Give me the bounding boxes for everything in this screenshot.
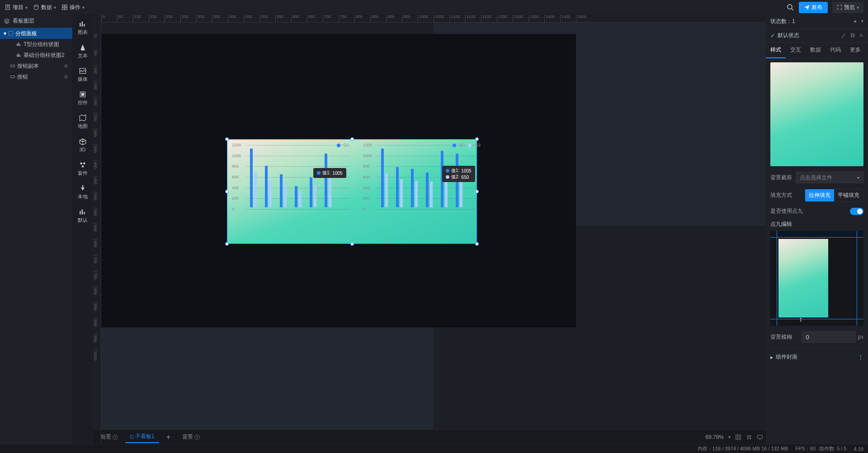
- tree-item-btncopy[interactable]: 按钮副本: [0, 61, 72, 71]
- eye-icon[interactable]: [63, 63, 69, 69]
- svg-point-10: [66, 76, 66, 77]
- resize-handle[interactable]: [225, 137, 229, 141]
- group-icon: [8, 31, 14, 36]
- canvas: 0501001502002503003504004505005506006507…: [93, 14, 766, 444]
- properties-panel: 状态数：1 + ▾ ✓默认状态 ✕ 样式 交互 数据 代码 更多 背景裁剪: [766, 14, 868, 444]
- svg-rect-18: [737, 436, 739, 438]
- svg-rect-2: [65, 5, 67, 7]
- canvas-area[interactable]: 020040060080010001200值1值1:1005 020040060…: [101, 23, 766, 430]
- resize-handle[interactable]: [475, 137, 479, 141]
- comp-cover-label: 组件封面: [776, 353, 797, 361]
- tab-style[interactable]: 样式: [766, 42, 786, 58]
- svg-rect-19: [758, 435, 763, 438]
- fill-mode-segment: 拉伸填充 平铺填充: [805, 189, 863, 202]
- tree-group-panel[interactable]: ▾ 分组面板: [0, 28, 72, 39]
- tree-item-btn[interactable]: 按钮: [0, 71, 72, 82]
- chart-tbar: 020040060080010001200值1值1:1005: [232, 143, 349, 211]
- svg-point-5: [788, 5, 792, 9]
- svg-rect-17: [736, 434, 741, 439]
- fit-icon[interactable]: [735, 434, 741, 440]
- publish-button[interactable]: 发布: [799, 2, 828, 13]
- layer-panel: 看板图层 ▾ 分组面板 T型分组柱状图 基础分组柱状图2: [0, 14, 72, 444]
- tool-chart[interactable]: 图表: [72, 17, 93, 38]
- fill-stretch-option[interactable]: 拉伸填充: [805, 189, 834, 201]
- svg-rect-9: [11, 76, 15, 78]
- layer-tree: ▾ 分组面板 T型分组柱状图 基础分组柱状图2 按钮副本: [0, 28, 72, 444]
- eye-icon[interactable]: [63, 74, 69, 79]
- tab-code[interactable]: 代码: [826, 42, 845, 58]
- file-select[interactable]: 点击选择文件▾: [796, 172, 863, 183]
- resize-handle[interactable]: [475, 242, 479, 246]
- barchart-icon: [16, 42, 22, 47]
- tab-subboard[interactable]: ◱子看板1: [125, 431, 159, 443]
- tab-background[interactable]: 背景+: [178, 431, 204, 443]
- layers-icon: [4, 18, 10, 24]
- memory-status: 内存：116 / 3974 / 4096 MB 16 / 132 MB: [698, 445, 788, 452]
- state-header: 状态数：1 + ▾: [766, 14, 868, 29]
- add-state-icon[interactable]: +: [854, 19, 857, 25]
- svg-rect-4: [65, 8, 67, 9]
- more-icon[interactable]: ⋮: [858, 354, 863, 360]
- resize-handle[interactable]: [350, 137, 354, 141]
- search-icon[interactable]: [786, 3, 794, 11]
- edit-icon[interactable]: [841, 33, 846, 38]
- canvas-tabs: 前景+ ◱子看板1 + 背景+ 69.79%▾: [93, 430, 766, 444]
- svg-rect-1: [62, 5, 64, 7]
- preview-button[interactable]: 预览▾: [832, 2, 863, 13]
- tool-local[interactable]: 本地: [72, 182, 93, 202]
- tool-control[interactable]: 控件: [72, 88, 93, 108]
- use-nine-label: 是否使用点九: [770, 207, 803, 215]
- state-dropdown-icon[interactable]: ▾: [861, 19, 863, 25]
- svg-point-16: [81, 165, 84, 168]
- resize-cursor-icon: ↕: [799, 316, 806, 323]
- svg-point-8: [66, 65, 66, 66]
- tool-3d[interactable]: 3D: [72, 135, 93, 155]
- property-tabs: 样式 交互 数据 代码 更多: [766, 42, 868, 59]
- svg-rect-13: [81, 93, 84, 96]
- tab-more[interactable]: 更多: [845, 42, 865, 58]
- resize-handle[interactable]: [350, 242, 354, 246]
- nine-patch-editor[interactable]: ↕: [770, 231, 863, 326]
- barchart-icon: [16, 52, 22, 58]
- fps-status: FPS：60: [795, 445, 816, 452]
- ruler-horizontal: 0501001502002503003504004505005506006507…: [101, 14, 766, 23]
- svg-point-15: [83, 162, 85, 164]
- svg-rect-20: [851, 33, 854, 36]
- component-count: 组件数: 5 / 5: [819, 445, 847, 452]
- background-preview: [770, 62, 863, 166]
- state-row[interactable]: ✓默认状态 ✕: [766, 29, 868, 42]
- bg-blur-label: 背景模糊: [770, 333, 792, 341]
- bg-blur-input[interactable]: [802, 331, 856, 343]
- tool-default[interactable]: 默认: [72, 205, 93, 226]
- topbar: 项目▾ 数据▾ 操作▾ 发布 预览▾: [0, 0, 868, 14]
- tree-item-basicbar[interactable]: 基础分组柱状图2: [0, 50, 72, 61]
- tab-add[interactable]: +: [162, 431, 175, 443]
- svg-rect-7: [11, 65, 15, 67]
- tool-kit[interactable]: 套件: [72, 158, 93, 179]
- svg-rect-6: [9, 32, 13, 36]
- tab-data[interactable]: 数据: [806, 42, 826, 58]
- menu-data[interactable]: 数据▾: [33, 4, 56, 11]
- grid-icon[interactable]: [746, 434, 752, 440]
- svg-rect-21: [852, 34, 854, 37]
- fill-tile-option[interactable]: 平铺填充: [834, 189, 863, 201]
- close-icon[interactable]: ✕: [859, 33, 863, 39]
- screen-icon[interactable]: [757, 434, 763, 440]
- layer-panel-title: 看板图层: [13, 17, 34, 25]
- tool-media[interactable]: 媒体: [72, 64, 93, 85]
- copy-icon[interactable]: [850, 33, 855, 38]
- ruler-vertical: 0501001502002503003504004505005506006507…: [93, 23, 101, 444]
- resize-handle[interactable]: [225, 242, 229, 246]
- menu-ops[interactable]: 操作▾: [61, 4, 85, 11]
- tab-interact[interactable]: 交互: [786, 42, 806, 58]
- resize-handle[interactable]: [225, 190, 229, 193]
- menu-project[interactable]: 项目▾: [5, 4, 28, 11]
- selected-group-panel[interactable]: 020040060080010001200值1值1:1005 020040060…: [227, 139, 477, 244]
- tree-item-tbar[interactable]: T型分组柱状图: [0, 39, 72, 50]
- tool-map[interactable]: 地图: [72, 111, 93, 132]
- layer-panel-header: 看板图层: [0, 14, 72, 28]
- fill-mode-label: 填充方式: [770, 191, 792, 199]
- svg-point-14: [80, 162, 82, 164]
- nine-toggle[interactable]: [850, 208, 863, 215]
- tool-text[interactable]: 文本: [72, 41, 93, 61]
